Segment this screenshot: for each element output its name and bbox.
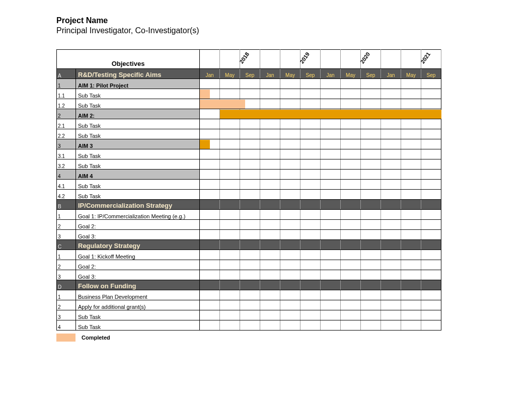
timeline-cell [421, 89, 441, 99]
timeline-cell [240, 320, 260, 331]
row-label: Sub Task [76, 190, 200, 200]
timeline-cell [401, 270, 421, 280]
row-label: Sub Task [76, 320, 200, 331]
timeline-cell [200, 200, 220, 210]
timeline-cell [200, 320, 220, 331]
timeline-cell: Sep [240, 69, 260, 79]
timeline-cell [200, 280, 220, 290]
timeline-cell [421, 139, 441, 149]
task-row: 1Goal 1: IP/Commercialization Meeting (e… [57, 210, 441, 220]
timeline-cell: May [401, 69, 421, 79]
page: Project Name Principal Investigator, Co-… [0, 0, 532, 362]
timeline-cell [381, 240, 401, 250]
timeline-cell [361, 79, 381, 89]
timeline-cell [381, 230, 401, 240]
timeline-cell [321, 310, 341, 320]
timeline-cell [401, 220, 421, 230]
timeline-cell [341, 159, 361, 170]
timeline-cell [361, 280, 381, 290]
timeline-cell [401, 99, 421, 109]
timeline-cell: Jan [321, 69, 341, 79]
timeline-cell [300, 159, 321, 170]
timeline-cell [381, 129, 401, 139]
timeline-cell [321, 290, 341, 300]
year-cell: 2018 [240, 50, 260, 69]
row-index: 2 [57, 109, 76, 119]
timeline-cell [300, 250, 321, 260]
timeline-cell [421, 270, 441, 280]
task-row: 4.2Sub Task [57, 190, 441, 200]
year-label: 2018 [238, 51, 250, 64]
row-index: 2.2 [57, 129, 76, 139]
timeline-cell [260, 139, 280, 149]
timeline-cell [321, 119, 341, 129]
timeline-cell [381, 310, 401, 320]
timeline-cell [260, 280, 280, 290]
task-row: 1Goal 1: Kickoff Meeting [57, 250, 441, 260]
timeline-cell [361, 89, 381, 99]
timeline-cell [361, 290, 381, 300]
gantt-table: Objectives 2018201920202021 AR&D/Testing… [56, 49, 441, 331]
timeline-cell [341, 320, 361, 331]
timeline-cell [200, 220, 220, 230]
timeline-cell [321, 280, 341, 290]
timeline-cell [341, 310, 361, 320]
timeline-cell [280, 310, 300, 320]
timeline-cell [280, 170, 300, 180]
legend-label: Completed [82, 335, 110, 341]
timeline-cell [300, 89, 321, 99]
timeline-cell [381, 89, 401, 99]
timeline-cell [300, 149, 321, 159]
timeline-cell [381, 159, 401, 170]
timeline-cell [240, 230, 260, 240]
timeline-cell [401, 119, 421, 129]
timeline-cell [280, 280, 300, 290]
timeline-cell [341, 180, 361, 190]
timeline-cell [321, 149, 341, 159]
timeline-cell [401, 170, 421, 180]
timeline-cell [300, 200, 321, 210]
timeline-cell [280, 119, 300, 129]
task-row: 3.2Sub Task [57, 159, 441, 170]
timeline-cell [300, 99, 321, 109]
timeline-cell [421, 79, 441, 89]
timeline-cell [321, 230, 341, 240]
timeline-cell [220, 290, 240, 300]
timeline-cell [361, 190, 381, 200]
timeline-cell [220, 139, 240, 149]
timeline-cell [300, 290, 321, 300]
timeline-cell [361, 250, 381, 260]
row-label: Sub Task [76, 180, 200, 190]
year-cell [280, 50, 300, 69]
timeline-cell [220, 109, 240, 119]
row-index: 2 [57, 260, 76, 270]
task-row: 3Goal 3: [57, 270, 441, 280]
timeline-cell [280, 89, 300, 99]
timeline-cell [401, 210, 421, 220]
timeline-cell [401, 260, 421, 270]
timeline-cell [260, 320, 280, 331]
year-label: 2020 [359, 51, 371, 64]
timeline-cell [240, 200, 260, 210]
timeline-cell [300, 220, 321, 230]
timeline-cell [280, 190, 300, 200]
timeline-cell [280, 129, 300, 139]
timeline-cell [381, 190, 401, 200]
timeline-cell [321, 79, 341, 89]
timeline-cell [280, 200, 300, 210]
timeline-cell [220, 129, 240, 139]
task-row: 1.1Sub Task [57, 89, 441, 99]
timeline-cell [341, 220, 361, 230]
timeline-cell [421, 310, 441, 320]
timeline-cell: May [280, 69, 300, 79]
timeline-cell [401, 320, 421, 331]
timeline-cell [421, 149, 441, 159]
project-subtitle: Principal Investigator, Co-Investigator(… [56, 26, 532, 35]
timeline-cell [240, 270, 260, 280]
row-label: Goal 3: [76, 270, 200, 280]
timeline-cell [361, 260, 381, 270]
row-label: Sub Task [76, 129, 200, 139]
timeline-cell [280, 260, 300, 270]
timeline-cell [341, 250, 361, 260]
timeline-cell [200, 250, 220, 260]
